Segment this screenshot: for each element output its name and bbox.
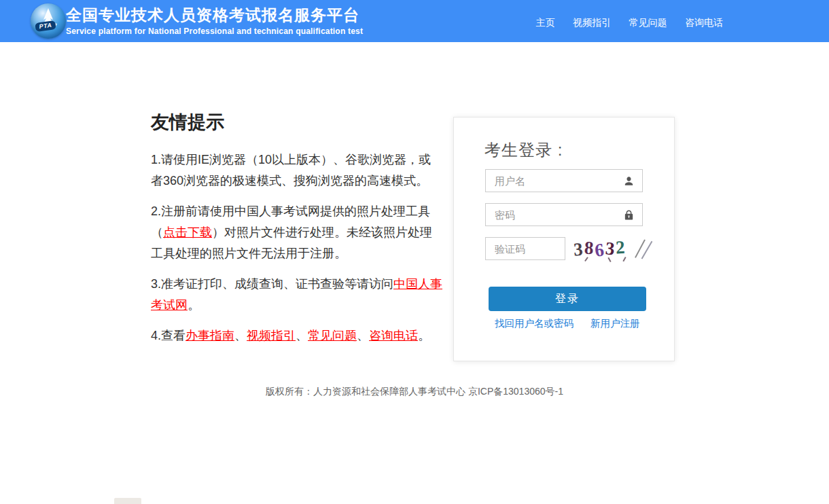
username-field-wrapper — [485, 169, 643, 192]
service-guide-link[interactable]: 办事指南 — [186, 329, 234, 342]
site-title: 全国专业技术人员资格考试报名服务平台 — [66, 5, 363, 24]
pta-logo-icon: PTA — [31, 3, 66, 39]
password-field-wrapper — [485, 203, 643, 226]
tips-heading: 友情提示 — [151, 110, 443, 134]
site-title-block: 全国专业技术人员资格考试报名服务平台 Service platform for … — [66, 5, 363, 36]
captcha-digits: 38632 — [574, 238, 650, 259]
footer-copyright: 版权所有：人力资源和社会保障部人事考试中心 京ICP备13013060号-1 — [0, 386, 829, 398]
video-guide-link[interactable]: 视频指引 — [247, 329, 296, 342]
nav-phone-link[interactable]: 咨询电话 — [685, 17, 723, 28]
cpta-site-link[interactable]: 中国人事考试网 — [151, 277, 442, 312]
header-bar: PTA 全国专业技术人员资格考试报名服务平台 Service platform … — [0, 0, 829, 42]
header-nav: 主页 视频指引 常见问题 咨询电话 — [521, 16, 723, 29]
tips-list: 1.请使用IE浏览器（10以上版本）、谷歌浏览器，或者360浏览器的极速模式、搜… — [151, 149, 443, 346]
site-subtitle: Service platform for National Profession… — [66, 26, 363, 36]
password-input[interactable] — [486, 204, 642, 226]
nav-faq-link[interactable]: 常见问题 — [629, 17, 667, 28]
new-user-register-link[interactable]: 新用户注册 — [590, 317, 640, 330]
nav-video-guide-link[interactable]: 视频指引 — [573, 17, 611, 28]
login-title: 考生登录 : — [484, 139, 563, 161]
friendly-tips-section: 友情提示 1.请使用IE浏览器（10以上版本）、谷歌浏览器，或者360浏览器的极… — [151, 110, 443, 356]
phone-link[interactable]: 咨询电话 — [369, 329, 418, 342]
tip-item-1: 1.请使用IE浏览器（10以上版本）、谷歌浏览器，或者360浏览器的极速模式、搜… — [151, 149, 443, 192]
tip-item-2: 2.注册前请使用中国人事考试网提供的照片处理工具（点击下载）对照片文件进行处理。… — [151, 201, 443, 264]
forgot-credentials-link[interactable]: 找回用户名或密码 — [495, 317, 574, 330]
login-panel: 考生登录 : 38632 登录 找回用户名或密码 新用户注册 — [453, 117, 675, 361]
bottom-edge-artifact — [114, 498, 141, 504]
captcha-image[interactable]: 38632 — [574, 237, 650, 263]
nav-home-link[interactable]: 主页 — [536, 17, 555, 28]
captcha-field-wrapper — [485, 237, 565, 260]
login-button[interactable]: 登录 — [489, 287, 646, 311]
user-icon — [623, 175, 635, 187]
faq-link[interactable]: 常见问题 — [308, 329, 357, 342]
tip-item-4: 4.查看办事指南、视频指引、常见问题、咨询电话。 — [151, 325, 443, 346]
captcha-input[interactable] — [486, 238, 565, 259]
tip-item-3: 3.准考证打印、成绩查询、证书查验等请访问中国人事考试网。 — [151, 274, 443, 316]
lock-icon — [623, 209, 635, 221]
download-photo-tool-link[interactable]: 点击下载 — [163, 226, 212, 239]
username-input[interactable] — [486, 170, 642, 192]
